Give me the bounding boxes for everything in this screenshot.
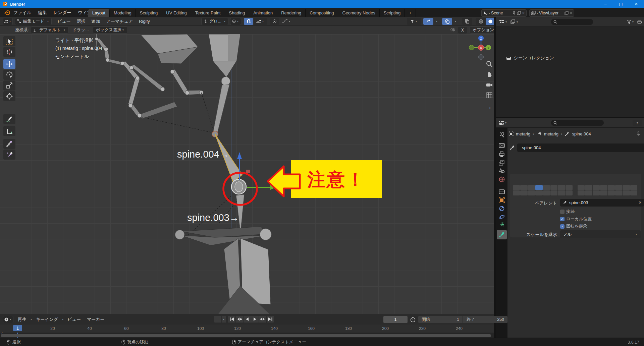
keying-set-dropdown[interactable]: ▾ [222, 316, 226, 323]
vertical-splitter[interactable] [494, 17, 496, 338]
tab-compositing[interactable]: Compositing [306, 9, 338, 17]
zoom-icon[interactable] [486, 60, 493, 68]
transform-orientation-dropdown[interactable]: グロ... ▾ [201, 18, 228, 25]
maximize-button[interactable]: ▢ [613, 0, 629, 8]
bone-layer-cell[interactable] [578, 190, 585, 195]
bone-layer-cell[interactable] [630, 185, 637, 190]
bone-layer-cell[interactable] [566, 185, 573, 190]
tool-annotate[interactable] [3, 114, 15, 124]
navigation-gizmo[interactable]: Z Y X [469, 34, 493, 62]
bone-layer-cell[interactable] [558, 190, 565, 195]
parent-field[interactable]: spine.003 ✕ [560, 199, 644, 207]
pan-hand-icon[interactable] [486, 71, 493, 78]
tool-bone-extrude[interactable] [3, 150, 15, 160]
tab-shading[interactable]: Shading [225, 9, 250, 17]
bone-layer-cell[interactable] [528, 185, 535, 190]
visibility-dropdown[interactable]: ▾ [407, 18, 421, 25]
bone-layer-cell[interactable] [600, 185, 607, 190]
frame-start-field[interactable]: 開始 1 [418, 316, 463, 323]
frame-end-field[interactable]: 終了 250 [463, 316, 507, 323]
coord-system-dropdown[interactable]: デフォルト ▾ [31, 26, 68, 34]
menu-keying[interactable]: キーイング [33, 316, 61, 323]
bone-layer-cell[interactable] [630, 190, 637, 195]
shading-wireframe-button[interactable] [476, 18, 486, 25]
bone-layer-cell[interactable] [535, 185, 542, 190]
bone-layer-cell[interactable] [585, 190, 592, 195]
tab-view-layer[interactable] [498, 160, 505, 166]
menu-armature[interactable]: アーマチュア [103, 18, 136, 24]
copy-icon[interactable] [517, 11, 521, 15]
bone-layer-cell[interactable] [520, 185, 527, 190]
bone-layer-cell[interactable] [528, 190, 535, 195]
proportional-edit-toggle[interactable] [270, 18, 279, 25]
bone-layer-cell[interactable] [608, 190, 615, 195]
editor-type-selector[interactable]: ▾ [3, 18, 13, 25]
menu-rigify[interactable]: Rigify [136, 19, 153, 24]
outliner-row-scene-collection[interactable]: シーンコレクション [496, 55, 644, 61]
tool-cursor[interactable] [3, 47, 15, 57]
leg-bones[interactable] [218, 238, 271, 314]
tab-world[interactable] [498, 176, 505, 183]
prev-keyframe-button[interactable] [236, 316, 243, 323]
inherit-scale-dropdown[interactable]: フル ▾ [560, 230, 641, 238]
tab-collection[interactable] [498, 188, 505, 195]
mode-selector[interactable]: 編集モード ▾ [15, 18, 52, 25]
snap-toggle[interactable] [244, 18, 253, 25]
bone-layer-cell[interactable] [593, 190, 600, 195]
tab-rendering[interactable]: Rendering [277, 9, 306, 17]
properties-options-dropdown[interactable]: ▾ [633, 120, 642, 126]
menu-render[interactable]: レンダー [50, 8, 74, 17]
bone-layer-cell[interactable] [558, 185, 565, 190]
overlays-toggle[interactable] [442, 18, 452, 25]
minimize-button[interactable]: – [598, 0, 613, 8]
bone-layer-cell[interactable] [535, 190, 542, 195]
drag-label[interactable]: ドラッ... [72, 27, 89, 33]
bone-layer-cell[interactable] [623, 190, 630, 195]
tab-tool[interactable] [498, 131, 505, 138]
menu-marker[interactable]: マーカー [84, 316, 108, 323]
tab-scripting[interactable]: Scripting [380, 9, 405, 17]
proportional-falloff-dropdown[interactable]: ▾ [279, 18, 293, 25]
filter-icon[interactable] [627, 20, 631, 24]
play-button[interactable] [251, 316, 259, 323]
tab-modeling[interactable]: Modeling [110, 9, 136, 17]
bone-layer-cell[interactable] [550, 190, 557, 195]
breadcrumb-object[interactable]: metarig [516, 131, 530, 136]
box-select-mode-dropdown[interactable]: ボックス選択 ▾ [93, 26, 128, 34]
connected-checkbox[interactable] [560, 210, 565, 214]
tab-object[interactable] [498, 197, 505, 204]
menu-select[interactable]: 選択 [74, 18, 89, 24]
armature-bone-cluster[interactable] [96, 34, 202, 119]
bone-layer-cell[interactable] [585, 185, 592, 190]
bone-layer-cell[interactable] [615, 190, 622, 195]
stopwatch-icon[interactable] [410, 317, 416, 323]
tool-select-box[interactable] [3, 36, 15, 46]
tab-physics[interactable] [498, 214, 505, 220]
menu-playback[interactable]: 再生 [15, 316, 30, 323]
tab-constraints[interactable] [498, 205, 505, 212]
tab-sculpting[interactable]: Sculpting [136, 9, 162, 17]
snap-settings-dropdown[interactable]: ▾ [254, 18, 267, 25]
properties-search-input[interactable] [551, 120, 604, 126]
gizmos-toggle[interactable] [423, 18, 433, 25]
tab-render[interactable] [498, 142, 505, 149]
jump-to-start-button[interactable] [228, 316, 235, 323]
jump-to-end-button[interactable] [267, 316, 274, 323]
pin-icon[interactable] [636, 131, 640, 136]
pin-icon[interactable] [513, 11, 516, 15]
display-mode-icon[interactable] [511, 19, 516, 24]
timeline-scrollbar[interactable] [1, 334, 491, 337]
tab-animation[interactable]: Animation [249, 9, 277, 17]
tool-transform[interactable] [3, 91, 15, 101]
menu-view[interactable]: ビュー [54, 18, 74, 24]
auto-keying-button[interactable] [214, 316, 221, 323]
overlays-dropdown[interactable]: ▾ [452, 18, 459, 25]
menu-add[interactable]: 追加 [89, 18, 103, 24]
tab-texture-paint[interactable]: Texture Paint [191, 9, 225, 17]
bone-layer-cell[interactable] [600, 190, 607, 195]
menu-timeline-view[interactable]: ビュー [64, 316, 84, 323]
bone-layer-cell[interactable] [513, 185, 520, 190]
mirror-icon[interactable] [450, 27, 456, 33]
copy-icon[interactable] [565, 11, 569, 15]
bone-layer-cell[interactable] [615, 185, 622, 190]
